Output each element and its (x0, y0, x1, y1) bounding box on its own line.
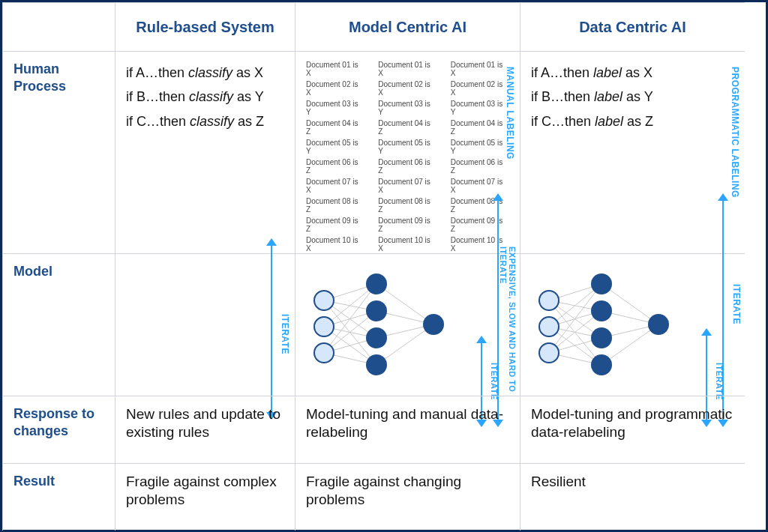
cell-modelcentric-model: ITERATE EXPENSIVE, SLOW AND HARD TO ITER… (295, 253, 520, 396)
rule-line: if A…then classify as X (126, 61, 284, 85)
row-label-model: Model (2, 253, 115, 396)
cell-datacentric-result: Resilient (520, 463, 745, 531)
iterate-arrow-long (718, 194, 728, 426)
label-manual-labeling: MANUAL LABELING (505, 67, 515, 160)
cell-datacentric-response: Model-tuning and programmatic data-relab… (520, 396, 745, 463)
col-header-model-centric: Model Centric AI (295, 2, 520, 51)
rule-line: if C…then classify as Z (126, 109, 284, 133)
neural-network-icon (306, 270, 471, 383)
cell-datacentric-humanprocess: if A…then label as X if B…then label as … (520, 51, 745, 253)
cell-modelcentric-humanprocess: Document 01 is XDocument 02 is XDocument… (295, 51, 520, 253)
cell-rulebased-result: Fragile against complex problems (115, 463, 295, 531)
col-header-data-centric: Data Centric AI (520, 2, 745, 51)
doc-column: Document 01 is XDocument 02 is XDocument… (306, 61, 364, 253)
row-label-human-process: Human Process (2, 51, 115, 253)
rule-line: if A…then label as X (531, 61, 734, 85)
label-iterate: ITERATE (280, 314, 290, 354)
row-label-result: Result (2, 463, 115, 531)
rule-line: if B…then classify as Y (126, 85, 284, 109)
row-label-response: Response to changes (2, 396, 115, 463)
document-list: Document 01 is XDocument 02 is XDocument… (306, 61, 509, 253)
cell-datacentric-model: ITERATE ITERATE (520, 253, 745, 396)
label-expensive: EXPENSIVE, SLOW AND HARD TO ITERATE (499, 247, 517, 396)
rule-line: if B…then label as Y (531, 85, 734, 109)
cell-rulebased-response: New rules and update to existing rules (115, 396, 295, 463)
doc-column: Document 01 is XDocument 02 is XDocument… (378, 61, 436, 253)
iterate-arrow (266, 239, 277, 419)
cell-rulebased-humanprocess: if A…then classify as X if B…then classi… (115, 51, 295, 253)
comparison-table: Rule-based System Model Centric AI Data … (0, 0, 768, 532)
neural-network-icon (531, 270, 696, 383)
rule-line: if C…then label as Z (531, 109, 734, 133)
cell-modelcentric-response: Model-tuning and manual data-relabeling (295, 396, 520, 463)
corner-cell (2, 2, 115, 51)
col-header-rule-based: Rule-based System (115, 2, 295, 51)
label-iterate: ITERATE (731, 284, 742, 324)
cell-modelcentric-result: Fragile against changing problems (295, 463, 520, 531)
cell-rulebased-model: ITERATE (115, 253, 295, 396)
label-programmatic-labeling: PROGRAMMATIC LABELING (730, 67, 740, 198)
